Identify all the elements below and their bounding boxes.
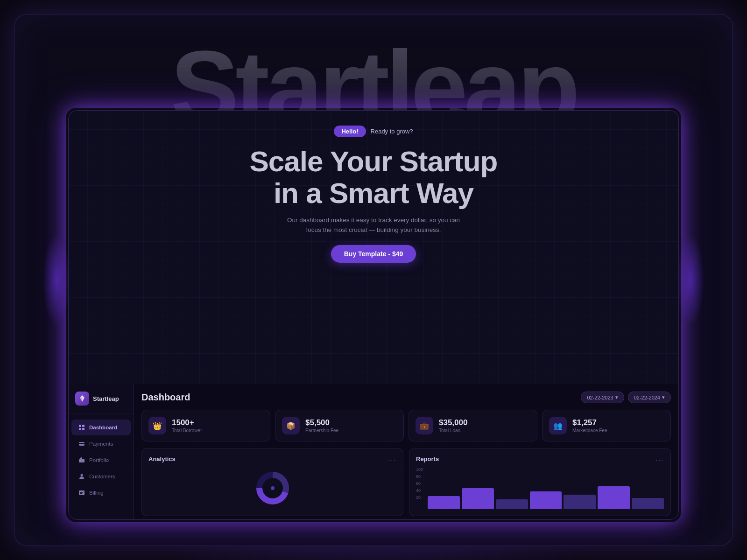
y-label: 100 [416, 467, 423, 472]
sidebar-item-customers[interactable]: Customers [71, 469, 131, 484]
buy-template-button[interactable]: Buy Template - $49 [331, 245, 416, 263]
reports-title: Reports [416, 455, 439, 462]
bar-2 [496, 476, 528, 509]
svg-rect-1 [82, 425, 85, 427]
stat-label-3: Marketplace Fee [572, 428, 607, 433]
left-glow [42, 233, 70, 327]
nav-items: Dashboard Payments Portfolio Customers B… [69, 419, 134, 501]
stat-card-0: 👑 1500+ Total Borrower [141, 410, 270, 441]
date-filters: 02-22-2023 ▾ 02-22-2024 ▾ [581, 392, 671, 403]
date-chip-start[interactable]: 02-22-2023 ▾ [581, 392, 624, 403]
bar-5 [598, 476, 630, 509]
stat-info-0: 1500+ Total Borrower [172, 418, 202, 433]
sidebar-logo: Startleap [69, 392, 134, 413]
analytics-header: Analytics ... [148, 455, 396, 462]
stat-cards: 👑 1500+ Total Borrower 📦 $5,500 Partners… [141, 410, 671, 441]
hero-title: Scale Your Startup in a Smart Way [250, 146, 498, 209]
logo-icon [75, 392, 89, 406]
y-label: 20 [416, 495, 423, 500]
y-label: 80 [416, 474, 423, 479]
analytics-chart [148, 467, 396, 509]
bottom-panels: Analytics ... [141, 448, 671, 516]
nav-label-dashboard: Dashboard [89, 425, 117, 430]
donut-chart [254, 469, 291, 507]
bar-6 [632, 476, 664, 509]
dashboard-area: Startleap Dashboard Payments Portfolio C… [69, 384, 678, 519]
stat-value-1: $5,500 [305, 418, 338, 427]
svg-rect-6 [79, 459, 85, 462]
stat-icon-1: 📦 [282, 417, 300, 434]
ready-text: Ready to grow? [371, 128, 413, 135]
stat-info-1: $5,500 Partnership Fee [305, 418, 338, 433]
sidebar-item-portfolio[interactable]: Portfolio [71, 452, 131, 468]
hero-title-line2: in a Smart Way [274, 177, 473, 209]
stat-value-2: $35,000 [439, 418, 467, 427]
analytics-menu[interactable]: ... [388, 455, 396, 462]
svg-rect-5 [79, 443, 85, 444]
y-label: 40 [416, 488, 423, 493]
nav-label-billing: Billing [89, 490, 104, 496]
date-chip-end[interactable]: 02-22-2024 ▾ [628, 392, 671, 403]
hero-title-line1: Scale Your Startup [250, 145, 498, 177]
nav-label-portfolio: Portfolio [89, 457, 109, 463]
y-axis-labels: 10080604020 [416, 467, 423, 500]
nav-label-payments: Payments [89, 441, 113, 447]
sidebar: Startleap Dashboard Payments Portfolio C… [69, 384, 134, 519]
stat-icon-0: 👑 [148, 417, 166, 434]
stat-icon-2: 💼 [416, 417, 433, 434]
sidebar-item-payments[interactable]: Payments [71, 436, 131, 452]
hello-badge: Hello! [334, 126, 366, 137]
stat-card-2: 💼 $35,000 Total Loan [409, 410, 537, 441]
stat-label-2: Total Loan [439, 428, 467, 433]
sidebar-logo-text: Startleap [93, 395, 119, 402]
stat-label-0: Total Borrower [172, 428, 202, 433]
analytics-title: Analytics [148, 455, 176, 462]
svg-rect-2 [79, 428, 81, 430]
reports-menu[interactable]: ... [655, 455, 664, 462]
hero-subtitle: Our dashboard makes it easy to track eve… [285, 216, 462, 235]
nav-icon-billing [78, 489, 85, 497]
bar-4 [564, 476, 596, 509]
dashboard-title: Dashboard [141, 392, 190, 403]
analytics-panel: Analytics ... [141, 448, 403, 516]
y-label: 60 [416, 481, 423, 486]
svg-rect-8 [79, 490, 85, 495]
reports-header: Reports ... [416, 455, 664, 462]
stat-value-0: 1500+ [172, 418, 202, 427]
stat-card-1: 📦 $5,500 Partnership Fee [275, 410, 404, 441]
stat-card-3: 👥 $1,257 Marketplace Fee [542, 410, 671, 441]
nav-label-customers: Customers [89, 474, 115, 479]
bar-1 [462, 476, 494, 509]
main-content: Dashboard 02-22-2023 ▾ 02-22-2024 ▾ 👑 [134, 384, 678, 519]
bar-3 [530, 476, 562, 509]
stat-info-2: $35,000 Total Loan [439, 418, 467, 433]
stat-info-3: $1,257 Marketplace Fee [572, 418, 607, 433]
hero-section: Hello! Ready to grow? Scale Your Startup… [69, 111, 678, 272]
nav-icon-payments [78, 440, 85, 448]
stat-icon-3: 👥 [549, 417, 567, 434]
reports-panel: Reports ... 10080604020 [409, 448, 671, 516]
right-glow [677, 233, 705, 327]
svg-point-7 [81, 474, 83, 476]
svg-point-15 [271, 486, 275, 490]
badge-row: Hello! Ready to grow? [334, 126, 413, 137]
svg-rect-0 [79, 425, 81, 427]
dashboard-header: Dashboard 02-22-2023 ▾ 02-22-2024 ▾ [141, 392, 671, 403]
bar-0 [428, 476, 460, 509]
sidebar-item-dashboard[interactable]: Dashboard [71, 420, 131, 435]
svg-rect-3 [82, 428, 85, 430]
sidebar-item-billing[interactable]: Billing [71, 485, 131, 501]
nav-icon-portfolio [78, 456, 85, 464]
nav-icon-dashboard [78, 424, 85, 431]
stat-label-1: Partnership Fee [305, 428, 338, 433]
bars-container [428, 467, 664, 509]
nav-icon-customers [78, 473, 85, 480]
outer-card: Startleap Hello! Ready to grow? Scale Yo… [14, 14, 733, 546]
inner-screen: Hello! Ready to grow? Scale Your Startup… [68, 110, 679, 520]
reports-chart: 10080604020 [416, 467, 664, 509]
stat-value-3: $1,257 [572, 418, 607, 427]
